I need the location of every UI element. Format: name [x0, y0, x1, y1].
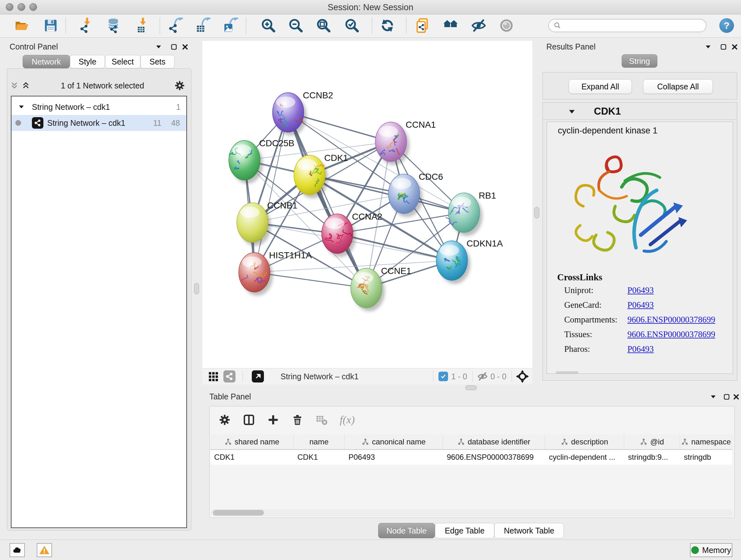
network-node[interactable]: CDC25B — [229, 138, 294, 184]
show-all-icon[interactable] — [497, 16, 516, 35]
tab-string[interactable]: String — [622, 54, 657, 68]
delete-column-trash-icon[interactable] — [287, 409, 308, 430]
tab-edge-table[interactable]: Edge Table — [435, 523, 494, 538]
help-button[interactable]: ? — [719, 18, 734, 33]
tab-node-table[interactable]: Node Table — [378, 523, 435, 538]
network-edge[interactable] — [254, 112, 288, 272]
network-node[interactable]: HIST1H1A — [239, 250, 312, 296]
import-table-icon[interactable] — [133, 16, 152, 35]
import-network-icon[interactable] — [77, 16, 96, 35]
results-panel-collapse-icon[interactable] — [703, 42, 713, 52]
column-header-description[interactable]: description — [545, 435, 624, 449]
network-node[interactable]: CDK1 — [294, 153, 348, 198]
table-horizontal-scrollbar[interactable] — [211, 509, 733, 516]
import-database-icon[interactable] — [104, 16, 123, 35]
column-header-database-identifier[interactable]: database identifier — [443, 435, 545, 449]
network-canvas[interactable]: CCNB2CCNA1CDC25BCDK1CDC6RB1CCNB1CCNA2CDK… — [202, 41, 532, 368]
expand-all-button[interactable]: Expand All — [569, 79, 632, 94]
results-panel-float-icon[interactable] — [719, 42, 728, 52]
tab-network[interactable]: Network — [23, 55, 70, 68]
zoom-fit-icon[interactable] — [314, 16, 333, 35]
table-panel-float-icon[interactable] — [722, 392, 731, 401]
toolbar-separator — [159, 17, 160, 34]
scrollbar-thumb[interactable] — [213, 510, 264, 516]
network-node[interactable]: CCNA1 — [375, 120, 436, 165]
table-cell[interactable]: stringdb — [680, 450, 732, 464]
tab-select[interactable]: Select — [105, 55, 140, 68]
tab-network-table[interactable]: Network Table — [494, 523, 564, 538]
fit-content-crosshair-icon[interactable] — [516, 370, 529, 383]
crosslink-link[interactable]: 9606.ENSP00000378699 — [627, 315, 715, 325]
first-neighbors-icon[interactable] — [442, 16, 460, 35]
results-panel-close-icon[interactable] — [730, 42, 739, 52]
network-options-gear-icon[interactable] — [174, 80, 185, 91]
column-header-name[interactable]: name — [293, 435, 345, 449]
tab-sets[interactable]: Sets — [140, 55, 175, 68]
zoom-selected-icon[interactable] — [343, 16, 361, 35]
control-panel-float-icon[interactable] — [169, 42, 179, 52]
cloud-status-button[interactable] — [10, 543, 25, 557]
collapse-all-icon[interactable] — [10, 81, 19, 90]
table-cell[interactable]: 9606.ENSP00000378699 — [443, 450, 545, 464]
open-session-icon[interactable] — [13, 16, 31, 35]
grid-view-icon[interactable] — [207, 371, 219, 382]
table-cell[interactable]: CDK1 — [210, 450, 293, 464]
network-node[interactable]: CDC6 — [388, 172, 443, 217]
protein-collapse-icon[interactable] — [568, 108, 576, 116]
export-table-icon[interactable] — [194, 16, 213, 35]
export-network-icon[interactable] — [167, 16, 185, 35]
table-panel-close-icon[interactable] — [731, 392, 741, 401]
selected-nodes-checkbox[interactable] — [439, 372, 448, 381]
column-header-shared-name[interactable]: shared name — [210, 435, 293, 449]
expand-all-icon[interactable] — [21, 81, 30, 90]
network-node[interactable]: RB1 — [446, 191, 496, 236]
refresh-icon[interactable] — [378, 16, 397, 35]
left-splitter-handle[interactable] — [194, 283, 199, 294]
column-header--id[interactable]: @id — [624, 435, 680, 449]
control-panel-close-icon[interactable] — [180, 42, 190, 52]
clone-network-icon[interactable] — [413, 16, 432, 35]
network-node[interactable]: CDKN1A — [436, 239, 503, 284]
network-node[interactable]: CCNB2 — [273, 90, 333, 136]
hide-selected-icon[interactable] — [469, 16, 488, 35]
table-panel-collapse-icon[interactable] — [709, 392, 718, 401]
search-input[interactable] — [562, 21, 697, 30]
network-node[interactable]: CCNB1 — [237, 200, 297, 246]
control-panel-collapse-icon[interactable] — [154, 42, 163, 52]
tab-style[interactable]: Style — [70, 55, 105, 68]
crosslink-link[interactable]: P06493 — [627, 344, 654, 354]
crosslink-link[interactable]: P06493 — [627, 300, 654, 310]
right-splitter-handle[interactable] — [534, 207, 539, 219]
crosslink-link[interactable]: 9606.ENSP00000378699 — [627, 329, 715, 339]
network-edge[interactable] — [288, 112, 366, 288]
string-view-icon[interactable] — [223, 370, 235, 382]
save-session-icon[interactable] — [42, 16, 60, 35]
zoom-out-icon[interactable] — [286, 16, 305, 35]
show-columns-icon[interactable] — [239, 409, 259, 430]
crosslink-link[interactable]: P06493 — [627, 286, 654, 295]
toolbar-separator — [246, 17, 246, 34]
table-options-gear-icon[interactable] — [214, 409, 235, 430]
collapse-all-button[interactable]: Collapse All — [643, 79, 713, 94]
table-cell[interactable]: CDK1 — [293, 450, 345, 464]
table-row[interactable]: CDK1CDK1P064939606.ENSP00000378699cyclin… — [210, 450, 732, 464]
birds-eye-view-icon[interactable] — [252, 370, 264, 382]
column-header-namespace[interactable]: namespace — [680, 435, 732, 449]
column-header-canonical-name[interactable]: canonical name — [345, 435, 443, 449]
zoom-in-icon[interactable] — [259, 16, 278, 35]
table-cell[interactable]: P06493 — [345, 450, 443, 464]
crosslink-row: Tissues:9606.ENSP00000378699 — [547, 329, 733, 344]
memory-button[interactable]: Memory — [690, 543, 732, 557]
network-node[interactable]: CCNA2 — [322, 212, 382, 257]
warnings-button[interactable] — [37, 543, 52, 557]
node-label: CCNA2 — [352, 212, 382, 222]
table-cell[interactable]: stringdb:9... — [624, 450, 680, 464]
export-image-icon[interactable] — [222, 16, 241, 35]
create-column-plus-icon[interactable] — [263, 409, 284, 430]
network-row[interactable]: String Network – cdk1 11 48 — [11, 115, 186, 131]
network-collection-row[interactable]: String Network – cdk1 1 — [11, 99, 186, 115]
table-cell[interactable]: cyclin-dependent ... — [545, 450, 624, 464]
network-node[interactable]: CCNE1 — [351, 266, 411, 311]
bottom-splitter-handle[interactable] — [465, 385, 477, 390]
collection-expander-icon[interactable] — [18, 104, 25, 111]
